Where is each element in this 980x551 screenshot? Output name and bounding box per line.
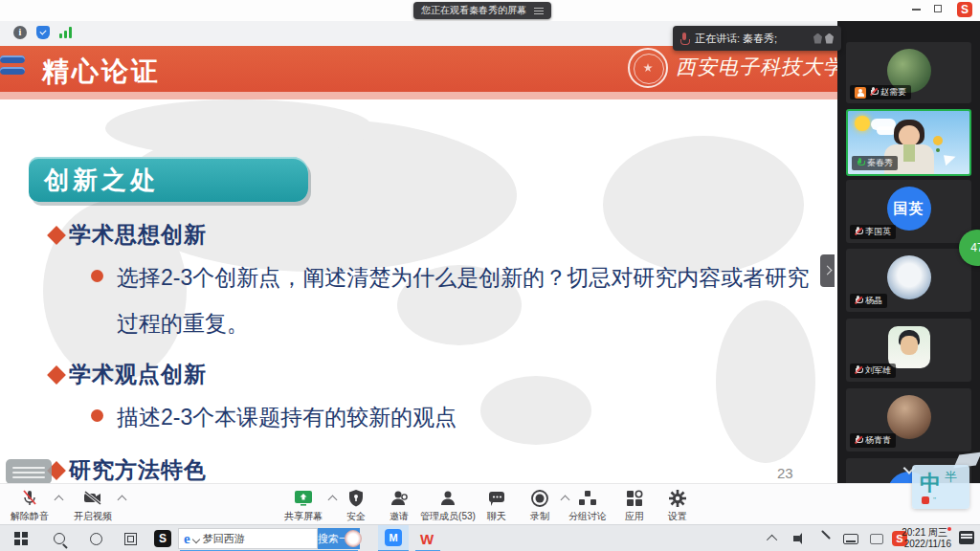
ime-chinese-mode: 中 xyxy=(920,469,941,497)
participant-nameplate: 秦春秀 xyxy=(852,156,898,170)
pinned-app-s[interactable]: S xyxy=(149,525,176,551)
mic-muted-icon xyxy=(855,435,861,446)
slide-header-band: 精心论证 西安电子科技大学 xyxy=(0,46,837,92)
host-badge-icon xyxy=(855,87,866,99)
keyboard-icon xyxy=(843,534,858,544)
participant-nameplate: 杨晶 xyxy=(850,294,887,308)
control-label: 共享屏幕 xyxy=(284,511,323,521)
slide-title: 精心论证 xyxy=(42,54,161,90)
chevron-up-icon xyxy=(767,535,777,545)
mic-options-caret-icon[interactable] xyxy=(55,496,64,505)
start-video-button[interactable]: 开启视频 xyxy=(69,488,117,523)
share-screen-button[interactable]: 共享屏幕 xyxy=(279,488,327,523)
windows-logo-icon xyxy=(14,532,28,545)
search-icon xyxy=(54,533,65,544)
participant-tile[interactable]: 杨晶 xyxy=(846,249,971,312)
participant-name: 杨晶 xyxy=(865,295,882,307)
avatar xyxy=(888,326,930,368)
wps-taskbar-button[interactable]: W xyxy=(413,525,440,551)
meeting-app-taskbar-button[interactable]: M xyxy=(378,525,409,550)
apps-button[interactable]: 应用 xyxy=(615,488,654,523)
mic-muted-icon xyxy=(870,87,877,98)
participant-name: 李国英 xyxy=(865,226,891,238)
invite-person-icon xyxy=(380,488,418,508)
control-label: 聊天 xyxy=(487,511,506,521)
share-options-caret-icon[interactable] xyxy=(328,496,338,505)
news-search-widget[interactable]: e 梦回西游 xyxy=(178,528,318,549)
breakout-rooms-icon xyxy=(563,488,612,508)
tray-pen-button[interactable] xyxy=(815,525,835,551)
speaker-icon xyxy=(793,533,807,544)
apps-grid-icon xyxy=(615,488,654,508)
record-button[interactable]: 录制 xyxy=(521,488,559,523)
settings-button[interactable]: 设置 xyxy=(658,488,697,523)
chat-button[interactable]: 聊天 xyxy=(478,488,516,523)
windows-taskbar: S e 梦回西游 搜索一下 M W S 20:21 周三 2022/11/16 xyxy=(0,524,980,551)
section-title: 创新之处 xyxy=(29,157,308,197)
cortana-button[interactable] xyxy=(82,525,109,551)
bullet-heading-3: 研究方法特色 xyxy=(50,455,207,483)
action-center-icon[interactable] xyxy=(959,531,974,544)
taskbar-search-button[interactable] xyxy=(46,525,73,551)
start-button[interactable] xyxy=(8,525,34,551)
pinned-app-stamp[interactable] xyxy=(340,525,367,551)
paper-plane-sticker-icon xyxy=(944,153,957,165)
bullet-heading-1: 学术思想创新 xyxy=(50,220,207,250)
wps-icon: W xyxy=(420,531,434,547)
share-screen-icon xyxy=(279,488,327,508)
screen-share-banner: 您正在观看秦春秀的屏幕 S xyxy=(0,0,980,21)
bullet-detail-1: 选择2-3个创新点，阐述清楚为什么是创新的？切忌对研究内容或者研究过程的重复。 xyxy=(91,254,811,346)
panel-collapse-handle[interactable] xyxy=(820,254,835,287)
restore-window-icon[interactable] xyxy=(934,5,942,12)
circle-bullet-icon xyxy=(91,409,103,422)
manage-members-button[interactable]: 管理成员(53) xyxy=(417,488,479,523)
slide-page-number: 23 xyxy=(777,465,793,481)
video-options-caret-icon[interactable] xyxy=(118,496,127,505)
control-label: 录制 xyxy=(530,511,549,521)
notification-dot xyxy=(947,527,951,531)
watching-pill[interactable]: 您正在观看秦春秀的屏幕 xyxy=(413,2,551,19)
stamp-app-icon xyxy=(345,530,362,547)
detail-text: 描述2-3个本课题持有的较新的观点 xyxy=(117,394,457,440)
breakout-rooms-button[interactable]: 分组讨论 xyxy=(563,488,612,523)
taskbar-clock[interactable]: 20:21 周三 2022/11/16 xyxy=(902,527,951,550)
control-label: 应用 xyxy=(625,511,644,521)
security-button[interactable]: 安全 xyxy=(337,488,375,523)
participant-tile[interactable]: 杨青青 xyxy=(846,388,971,452)
control-label: 解除静音 xyxy=(11,511,49,521)
clock-time: 20:21 周三 xyxy=(902,527,947,538)
ime-indicator-icon xyxy=(870,534,883,544)
search-query-text: 梦回西游 xyxy=(203,532,245,546)
participant-name: 刘军雄 xyxy=(865,364,891,377)
unmute-button[interactable]: 解除静音 xyxy=(6,488,54,523)
ime-halfwidth-mode: 半 xyxy=(945,469,957,486)
invite-button[interactable]: 邀请 xyxy=(380,488,418,523)
diamond-bullet-icon xyxy=(47,226,66,245)
chat-bubble-icon xyxy=(478,488,516,508)
participant-tile-active-speaker[interactable]: 秦春秀 xyxy=(846,109,971,176)
tray-hidden-icons-button[interactable] xyxy=(764,525,783,551)
heading-text: 学术思想创新 xyxy=(69,220,207,250)
participant-nameplate: 杨青青 xyxy=(850,433,896,448)
encryption-shield-icon[interactable] xyxy=(36,26,50,39)
sogou-corner-icon[interactable]: S xyxy=(957,2,972,17)
minimize-icon[interactable] xyxy=(912,9,921,11)
participant-tile[interactable]: 赵需要 xyxy=(846,42,971,103)
ime-status-popup[interactable]: 中 半 '' xyxy=(912,465,969,509)
task-view-button[interactable] xyxy=(117,525,144,551)
speaking-text: 正在讲话: 秦春秀; xyxy=(695,32,777,46)
meeting-info-icon[interactable]: i xyxy=(13,26,27,39)
meeting-app-icon: M xyxy=(385,529,402,546)
speaking-mic-icon xyxy=(680,33,688,45)
section-title-box: 创新之处 xyxy=(29,157,308,202)
tray-touch-keyboard-button[interactable] xyxy=(840,525,861,551)
share-menu-icon[interactable] xyxy=(534,6,544,16)
participant-tile[interactable]: 国英 李国英 xyxy=(846,180,971,243)
participant-nameplate: 李国英 xyxy=(850,225,896,239)
tray-ime-button[interactable] xyxy=(867,525,886,551)
tray-volume-button[interactable] xyxy=(791,525,810,551)
presentation-tool-button[interactable] xyxy=(6,459,52,483)
participant-tile[interactable]: 刘军雄 xyxy=(846,319,971,382)
control-label: 开启视频 xyxy=(74,511,112,521)
diamond-bullet-icon xyxy=(47,365,66,385)
